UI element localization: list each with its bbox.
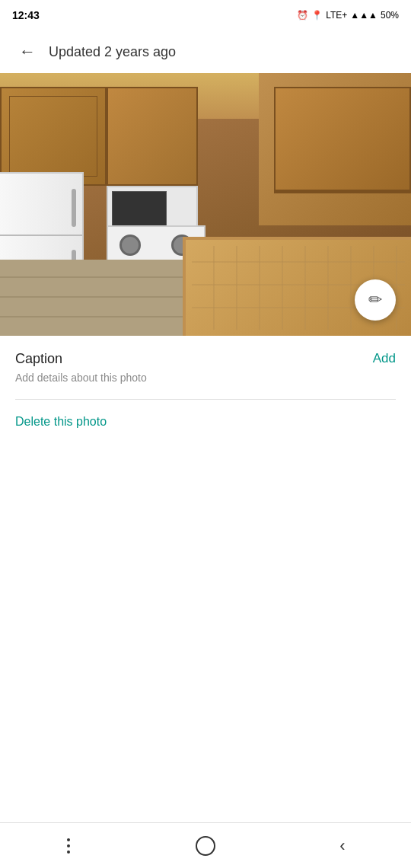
battery-icon: 50%	[381, 10, 399, 21]
caption-hint: Add details about this photo	[15, 372, 396, 384]
status-time: 12:43	[12, 9, 40, 21]
wifi-icon: ▲▲▲	[350, 10, 378, 21]
content-area: Caption Add Add details about this photo…	[0, 336, 411, 429]
kitchen-photo	[0, 73, 411, 336]
menu-icon	[67, 838, 70, 854]
location-icon: 📍	[311, 10, 323, 21]
bottom-nav: ‹	[0, 822, 411, 868]
nav-menu-button[interactable]	[46, 831, 91, 861]
add-caption-button[interactable]: Add	[373, 351, 396, 366]
microwave	[107, 186, 198, 228]
divider	[15, 399, 396, 400]
app-bar: ← Updated 2 years ago	[0, 30, 411, 73]
delete-photo-button[interactable]: Delete this photo	[15, 415, 107, 429]
cabinet-upper-center	[107, 87, 198, 186]
cabinet-shelf	[276, 190, 409, 192]
floor	[0, 260, 190, 336]
burner-tl	[119, 235, 141, 256]
nav-back-button[interactable]: ‹	[320, 831, 365, 861]
edit-icon: ✏	[368, 290, 382, 310]
fridge-line	[0, 235, 82, 236]
caption-label: Caption	[15, 351, 62, 367]
photo-container: ✏	[0, 73, 411, 336]
edit-photo-button[interactable]: ✏	[355, 279, 396, 321]
back-arrow-icon: ←	[19, 42, 36, 62]
page-title: Updated 2 years ago	[49, 44, 176, 60]
alarm-icon: ⏰	[297, 10, 308, 21]
status-bar: 12:43 ⏰ 📍 LTE+ ▲▲▲ 50%	[0, 0, 411, 30]
signal-icon: LTE+	[326, 10, 347, 21]
caption-row: Caption Add	[15, 351, 396, 367]
status-icons: ⏰ 📍 LTE+ ▲▲▲ 50%	[297, 10, 399, 21]
nav-home-button[interactable]	[183, 831, 228, 861]
back-button[interactable]: ←	[12, 37, 43, 67]
fridge-handle-top	[72, 189, 76, 227]
cabinet-upper-right	[274, 87, 411, 193]
cabinet-upper-left	[0, 87, 107, 186]
home-icon	[196, 836, 215, 856]
back-nav-icon: ‹	[339, 836, 345, 856]
